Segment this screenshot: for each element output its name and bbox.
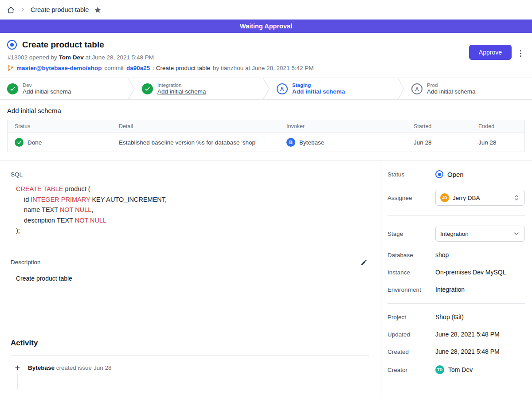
task-started: Jun 28	[407, 134, 471, 151]
commit-message: : Create product table	[153, 65, 210, 71]
divider	[387, 303, 525, 304]
stage-separator	[128, 78, 135, 99]
issue-meta-suffix: at June 28, 2021 5:48 PM	[85, 54, 154, 61]
stage-integration[interactable]: Integration Add initial schema	[135, 78, 262, 99]
divider	[11, 355, 369, 356]
environment-label: Environment	[387, 286, 435, 293]
col-ended: Ended	[471, 120, 524, 133]
sql-code-block: CREATE TABLE product ( id INTEGER PRIMAR…	[16, 184, 369, 236]
stage-staging[interactable]: Staging Add initial schema	[270, 78, 397, 99]
status-cell: Done	[8, 133, 112, 152]
sql-label: SQL	[11, 171, 369, 178]
stage-pipeline: Dev Add initial schema Integration Add i…	[0, 78, 532, 100]
git-branch-icon	[7, 65, 14, 71]
stage-env-label: Staging	[292, 82, 345, 88]
activity-date: Jun 28	[94, 364, 112, 371]
bytebase-avatar: B	[286, 138, 295, 147]
invoker-name: Bytebase	[299, 139, 324, 146]
stage-label: Stage	[387, 231, 435, 237]
issue-author: Tom Dev	[59, 54, 84, 61]
activity-item: Bytebase created issue Jun 28	[11, 364, 369, 371]
breadcrumb: Create product table	[0, 0, 532, 20]
check-icon	[142, 83, 153, 94]
chevron-right-icon	[20, 7, 25, 12]
creator-avatar: TD	[435, 365, 444, 374]
task-table: Status Detail Invoker Started Ended Done…	[7, 120, 525, 152]
page-title: Create product table	[22, 40, 104, 50]
issue-meta: #13002 opened by Tom Dev at June 28, 202…	[7, 54, 525, 61]
sql-line: );	[16, 226, 369, 236]
sql-line: CREATE TABLE product (	[16, 184, 369, 195]
assignee-label: Assignee	[387, 195, 435, 201]
home-icon[interactable]	[7, 6, 15, 14]
task-section: Add initial schema Status Detail Invoker…	[0, 100, 532, 160]
stage-task-label: Add initial schema	[23, 88, 71, 95]
status-badge: Open	[435, 170, 464, 178]
database-value: shop	[435, 251, 449, 258]
invoker-cell: B Bytebase	[279, 133, 407, 152]
check-icon	[7, 83, 18, 94]
database-label: Database	[387, 252, 435, 258]
edit-pencil-icon[interactable]	[360, 259, 368, 266]
table-row[interactable]: Done Established baseline version %s for…	[8, 133, 524, 152]
assignee-select[interactable]: JD Jerry DBA	[435, 190, 525, 206]
stage-value: Integration	[440, 231, 509, 237]
sql-line: description TEXT NOT NULL	[16, 215, 369, 226]
issue-open-icon	[7, 40, 17, 50]
activity-actor: Bytebase	[28, 364, 55, 371]
bytebase-issue-page: Create product table Waiting Approval Cr…	[0, 0, 532, 399]
status-value: Open	[447, 171, 464, 178]
divider	[387, 215, 525, 216]
task-heading: Add initial schema	[7, 107, 525, 114]
activity-heading: Activity	[11, 339, 369, 348]
description-label: Description	[11, 259, 41, 266]
sql-line: name TEXT NOT NULL,	[16, 205, 369, 215]
task-table-header: Status Detail Invoker Started Ended	[8, 120, 524, 133]
project-label: Project	[387, 314, 435, 321]
assignee-name: Jerry DBA	[453, 195, 509, 201]
timeline-line	[17, 374, 18, 389]
branch-link[interactable]: master@bytebase-demo/shop	[16, 65, 102, 71]
breadcrumb-title[interactable]: Create product table	[31, 6, 89, 13]
activity-action: created issue	[56, 364, 92, 371]
main-panel: SQL CREATE TABLE product ( id INTEGER PR…	[0, 160, 380, 399]
col-invoker: Invoker	[279, 120, 407, 133]
commit-hash-link[interactable]: da90a25	[126, 65, 150, 71]
creator-value: TD Tom Dev	[435, 365, 473, 374]
check-icon	[15, 138, 23, 147]
stage-env-label: Dev	[23, 82, 71, 88]
creator-label: Creator	[387, 367, 435, 373]
col-detail: Detail	[112, 120, 279, 133]
commit-word: commit	[104, 65, 124, 71]
project-value: Shop (Git)	[435, 313, 464, 321]
col-started: Started	[407, 120, 471, 133]
status-label: Status	[387, 171, 435, 178]
environment-value: Integration	[435, 286, 465, 293]
instance-label: Instance	[387, 269, 435, 276]
stage-task-link[interactable]: Add initial schema	[157, 88, 206, 95]
kebab-menu-icon[interactable]	[517, 48, 524, 59]
task-ended: Jun 28	[471, 134, 524, 151]
plus-icon	[11, 364, 21, 371]
stage-env-label: Integration	[157, 82, 206, 88]
instance-value: On-premises Dev MySQL	[435, 269, 506, 276]
waiting-approval-banner: Waiting Approval	[0, 20, 532, 33]
chevron-down-icon	[513, 230, 520, 237]
star-icon[interactable]	[94, 6, 102, 14]
stage-separator	[397, 78, 404, 99]
commit-suffix: by tianzhou at June 28, 2021 5:42 PM	[213, 65, 313, 71]
commit-row: master@bytebase-demo/shop commit da90a25…	[7, 65, 525, 71]
person-icon	[411, 83, 422, 94]
stage-env-label: Prod	[427, 82, 476, 88]
stage-prod[interactable]: Prod Add initial schema	[404, 78, 532, 99]
stage-dev[interactable]: Dev Add initial schema	[0, 78, 128, 99]
approve-button[interactable]: Approve	[469, 45, 512, 60]
assignee-avatar: JD	[440, 193, 449, 202]
stage-separator	[262, 78, 270, 99]
divider	[11, 249, 369, 249]
person-icon	[277, 83, 288, 94]
chevron-updown-icon	[513, 194, 520, 201]
created-value: June 28, 2021 5:48 PM	[435, 348, 500, 355]
stage-select[interactable]: Integration	[435, 226, 525, 242]
content: SQL CREATE TABLE product ( id INTEGER PR…	[0, 160, 532, 399]
